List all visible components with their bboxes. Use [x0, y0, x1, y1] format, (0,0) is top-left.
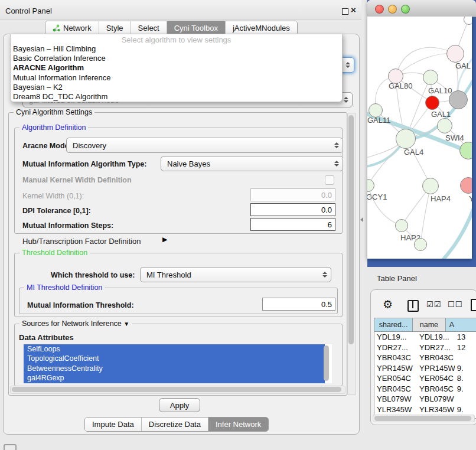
list-item-selfloops[interactable]: SelfLoops — [24, 344, 325, 354]
node-table[interactable]: shared... name A YDL19... YDL19... 13 YD… — [374, 318, 476, 419]
table-row[interactable]: YBR045C YBR045C 9. — [374, 384, 476, 394]
manual-kernel-checkbox[interactable] — [325, 175, 334, 185]
unchecked-box-glyph: ☐ — [448, 300, 455, 309]
network-node[interactable] — [449, 90, 468, 109]
algo-item-aracne[interactable]: ARACNE Algorithm — [11, 63, 342, 73]
table-hscrollbar-thumb[interactable] — [374, 416, 471, 421]
network-node-label: GAL11 — [367, 116, 391, 125]
dpi-tolerance-label: DPI Tolerance [0,1]: — [22, 207, 91, 215]
mi-threshold-label: Mutual Information Threshold: — [27, 301, 134, 309]
which-threshold-combo[interactable]: MI Threshold — [140, 267, 331, 282]
settings-scrollbar-thumb[interactable] — [348, 115, 354, 344]
mi-type-label: Mutual Information Algorithm Type: — [22, 160, 146, 168]
algorithm-definition-title: Algorithm Definition — [19, 123, 88, 132]
minimize-traffic-light[interactable] — [388, 5, 397, 14]
algo-item-mutual-information[interactable]: Mutual Information Inference — [11, 73, 342, 83]
tab-jactivemnodules[interactable]: jActiveMNodules — [226, 21, 297, 35]
collapsed-panel-widget[interactable] — [4, 444, 17, 450]
network-window-titlebar[interactable] — [367, 0, 476, 17]
deselect-all-checks-icon[interactable]: ☐☐ — [448, 300, 462, 309]
mi-steps-input[interactable] — [250, 218, 335, 231]
attributes-scrollbar-thumb[interactable] — [324, 345, 329, 381]
network-node-gal[interactable] — [446, 45, 464, 63]
network-node-label: Y — [469, 194, 472, 203]
table-row[interactable]: YBR043C YBR043C — [374, 353, 476, 363]
mi-type-combo[interactable]: Naive Bayes — [161, 156, 343, 171]
which-threshold-label: Which threshold to use: — [51, 271, 135, 279]
tab-discretize-data[interactable]: Discretize Data — [142, 418, 208, 431]
close-icon[interactable]: × — [351, 5, 356, 15]
settings-hscrollbar-thumb[interactable] — [12, 387, 341, 392]
network-view-frame: GALGAL80GAL10GAL1GAL11SWI4GAL4GCY1HAP4YH… — [367, 0, 476, 267]
network-node-swi4[interactable] — [437, 118, 452, 133]
network-window: GALGAL80GAL10GAL1GAL11SWI4GAL4GCY1HAP4YH… — [367, 0, 472, 259]
tab-cyni-toolbox[interactable]: Cyni Toolbox — [167, 21, 226, 35]
column-header-shared-name[interactable]: shared... — [374, 318, 413, 331]
table-row[interactable]: YDL19... YDL19... 13 — [374, 332, 476, 343]
algo-item-dream8[interactable]: Dream8 DC_TDC Algorithm — [11, 92, 342, 102]
algorithm-dropdown-popup: Select algorithm to view settings Bayesi… — [10, 34, 343, 102]
algo-item-bayesian-k2[interactable]: Bayesian – K2 — [11, 83, 342, 92]
network-node-gal4[interactable] — [396, 129, 416, 149]
table-row[interactable]: YLR345W YLR345W 9. — [374, 405, 476, 415]
table-row[interactable]: YDR27... YDR27... 12 — [374, 343, 476, 353]
checked-box-glyph: ☑ — [434, 300, 442, 309]
settings-horizontal-scrollbar[interactable] — [10, 386, 345, 394]
apply-button[interactable]: Apply — [159, 398, 200, 412]
dropdown-placeholder: Select algorithm to view settings — [11, 34, 342, 44]
float-window-icon[interactable] — [342, 8, 348, 15]
network-node-y[interactable] — [460, 177, 472, 194]
combo-arrows-icon — [343, 97, 348, 103]
close-traffic-light[interactable] — [375, 5, 384, 14]
mi-threshold-input[interactable] — [262, 298, 335, 311]
column-header-partial[interactable]: A — [446, 318, 476, 331]
gear-icon[interactable]: ⚙ — [383, 298, 393, 311]
collapse-arrow-icon[interactable]: ▼ — [123, 321, 129, 327]
tab-network-label: Network — [63, 24, 92, 32]
which-threshold-value: MI Threshold — [144, 270, 319, 279]
tab-style[interactable]: Style — [99, 21, 131, 35]
split-columns-icon[interactable] — [407, 300, 419, 312]
control-panel-title: Control Panel — [5, 6, 52, 15]
aracne-mode-value: Discovery — [70, 141, 331, 150]
list-item-topologicalcoefficient[interactable]: TopologicalCoefficient — [24, 354, 325, 363]
list-item-gal4rgexp[interactable]: gal4RGexp — [24, 373, 325, 383]
network-node-gal1[interactable] — [425, 96, 439, 110]
tab-impute-data[interactable]: Impute Data — [85, 418, 142, 431]
network-node[interactable] — [414, 238, 427, 251]
algo-item-bayesian-hill-climbing[interactable]: Bayesian – Hill Climbing — [11, 44, 342, 54]
hub-definition-expander-label[interactable]: Hub/Transcription Factor Definition — [22, 237, 141, 246]
network-canvas[interactable]: GALGAL80GAL10GAL1GAL11SWI4GAL4GCY1HAP4YH… — [367, 17, 472, 259]
bottom-tabs: Impute Data Discretize Data Infer Networ… — [84, 417, 269, 432]
network-node-hap2[interactable] — [395, 219, 408, 232]
sources-title-text: Sources for Network Inference — [22, 319, 122, 328]
network-node-label: GAL10 — [428, 86, 452, 95]
zoom-traffic-light[interactable] — [401, 5, 410, 14]
tab-select[interactable]: Select — [131, 21, 167, 35]
table-horizontal-scrollbar[interactable] — [373, 415, 475, 422]
column-header-name[interactable]: name — [413, 318, 445, 331]
mi-steps-label: Mutual Information Steps: — [22, 221, 113, 230]
settings-vertical-scrollbar[interactable] — [347, 113, 356, 395]
table-row[interactable]: YPR145W YPR145W 9. — [374, 363, 476, 374]
attributes-list-scrollbar[interactable] — [323, 345, 330, 382]
tab-network[interactable]: Network — [45, 21, 99, 35]
algo-item-basic-correlation[interactable]: Basic Correlation Inference — [11, 54, 342, 63]
list-item-betweennesscentrality[interactable]: BetweennessCentrality — [24, 364, 325, 373]
dpi-tolerance-input[interactable] — [250, 203, 335, 216]
kernel-width-input[interactable] — [250, 188, 335, 201]
new-table-icon[interactable] — [471, 299, 476, 311]
network-node-label: GAL4 — [404, 148, 423, 156]
network-node-hap4[interactable] — [422, 178, 439, 194]
expander-arrow-icon[interactable]: ▶ — [162, 236, 167, 243]
table-row[interactable]: YER054C YER054C 8. — [374, 373, 476, 384]
sources-group-title[interactable]: Sources for Network Inference ▼ — [19, 319, 132, 328]
select-all-checks-icon[interactable]: ☑☑ — [426, 300, 441, 309]
aracne-mode-label: Aracne Mode: — [22, 142, 71, 150]
aracne-mode-combo[interactable]: Discovery — [66, 138, 343, 153]
network-node-gal10[interactable] — [423, 70, 438, 85]
tab-infer-network[interactable]: Infer Network — [208, 418, 268, 431]
data-attributes-list[interactable]: SelfLoops TopologicalCoefficient Between… — [24, 344, 332, 383]
table-row[interactable]: YBL079W YBL079W — [374, 394, 476, 405]
splitter-collapse-icon[interactable] — [360, 217, 363, 222]
